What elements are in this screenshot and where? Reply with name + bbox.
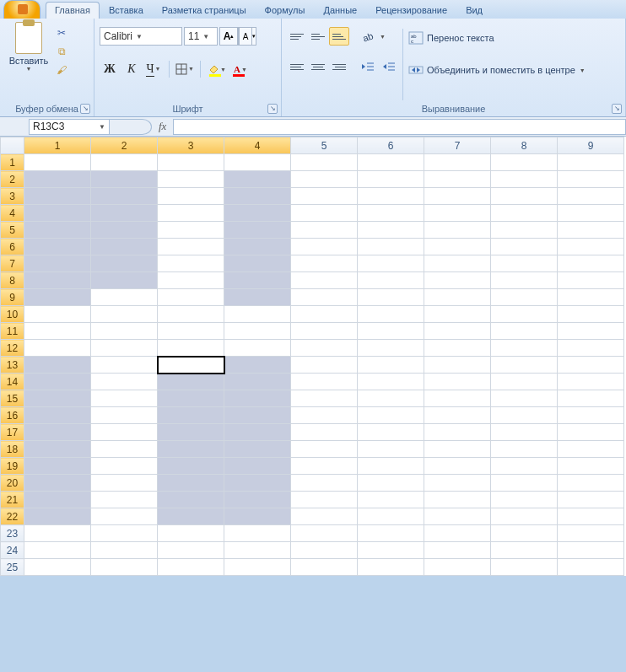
cell[interactable] (291, 390, 358, 407)
column-header[interactable]: 1 (24, 137, 91, 154)
cell[interactable] (24, 272, 91, 289)
row-header[interactable]: 17 (1, 424, 24, 441)
align-center-button[interactable] (308, 57, 328, 76)
cell[interactable] (24, 525, 91, 542)
cell[interactable] (24, 340, 91, 357)
row-header[interactable]: 7 (1, 255, 24, 272)
cell[interactable] (358, 340, 424, 357)
tab-home[interactable]: Главная (46, 2, 100, 19)
cell[interactable] (158, 340, 224, 357)
cell[interactable] (224, 289, 291, 306)
cell[interactable] (358, 188, 424, 205)
cell[interactable] (91, 458, 158, 475)
column-header[interactable]: 3 (158, 137, 224, 154)
cell[interactable] (358, 255, 424, 272)
cell[interactable] (291, 424, 358, 441)
cell[interactable] (558, 171, 624, 188)
cell[interactable] (291, 475, 358, 492)
cell[interactable] (224, 542, 291, 559)
cell[interactable] (424, 272, 491, 289)
paste-icon[interactable] (15, 22, 42, 54)
row-header[interactable]: 14 (1, 374, 24, 390)
fill-color-button[interactable]: ▼ (206, 59, 228, 79)
cell[interactable] (24, 171, 91, 188)
column-header[interactable]: 8 (491, 137, 558, 154)
cell[interactable] (491, 222, 558, 239)
cell[interactable] (291, 441, 358, 458)
cell[interactable] (491, 306, 558, 323)
cell[interactable] (558, 340, 624, 357)
cell[interactable] (491, 323, 558, 340)
cell[interactable] (424, 525, 491, 542)
cell[interactable] (91, 255, 158, 272)
cell[interactable] (358, 374, 424, 390)
cell[interactable] (424, 340, 491, 357)
cell[interactable] (424, 559, 491, 576)
font-size-combo[interactable]: 11▼ (184, 27, 218, 46)
cell[interactable] (291, 492, 358, 508)
cell[interactable] (491, 475, 558, 492)
cell[interactable] (424, 508, 491, 525)
font-color-button[interactable]: A ▼ (229, 59, 251, 79)
cell[interactable] (158, 542, 224, 559)
underline-button[interactable]: Ч▼ (143, 59, 164, 79)
cell[interactable] (291, 306, 358, 323)
cell[interactable] (91, 154, 158, 171)
cell[interactable] (291, 525, 358, 542)
cell[interactable] (291, 323, 358, 340)
cell[interactable] (224, 323, 291, 340)
cell[interactable] (491, 542, 558, 559)
cell[interactable] (24, 441, 91, 458)
cell[interactable] (224, 475, 291, 492)
cell[interactable] (358, 441, 424, 458)
row-header[interactable]: 16 (1, 407, 24, 424)
fx-label[interactable]: fx (159, 120, 166, 133)
cell[interactable] (91, 272, 158, 289)
cell[interactable] (424, 357, 491, 374)
font-family-combo[interactable]: Calibri▼ (100, 27, 182, 46)
cell[interactable] (24, 255, 91, 272)
cell[interactable] (224, 559, 291, 576)
cell[interactable] (424, 188, 491, 205)
cell[interactable] (24, 424, 91, 441)
cell[interactable] (491, 289, 558, 306)
cell[interactable] (24, 374, 91, 390)
cell[interactable] (358, 205, 424, 222)
cell[interactable] (24, 542, 91, 559)
row-header[interactable]: 11 (1, 323, 24, 340)
decrease-indent-button[interactable] (358, 57, 378, 76)
cell[interactable] (158, 222, 224, 239)
cell[interactable] (424, 239, 491, 255)
cell[interactable] (158, 255, 224, 272)
cell[interactable] (424, 171, 491, 188)
row-header[interactable]: 22 (1, 508, 24, 525)
cell[interactable] (224, 239, 291, 255)
cell[interactable] (224, 357, 291, 374)
cell[interactable] (91, 424, 158, 441)
cell[interactable] (358, 542, 424, 559)
cell[interactable] (91, 289, 158, 306)
cell[interactable] (291, 559, 358, 576)
cell[interactable] (91, 357, 158, 374)
cell[interactable] (24, 188, 91, 205)
cell[interactable] (558, 188, 624, 205)
align-right-button[interactable] (329, 57, 349, 76)
select-all-corner[interactable] (1, 137, 24, 154)
tab-insert[interactable]: Вставка (100, 2, 153, 19)
borders-button[interactable]: ▼ (175, 59, 195, 79)
align-bottom-button[interactable] (329, 27, 349, 46)
cell[interactable] (91, 323, 158, 340)
align-top-button[interactable] (287, 27, 307, 46)
column-header[interactable]: 9 (558, 137, 624, 154)
cell[interactable] (158, 559, 224, 576)
cell[interactable] (24, 357, 91, 374)
cell[interactable] (358, 525, 424, 542)
cell[interactable] (158, 492, 224, 508)
formula-input[interactable] (173, 119, 626, 135)
cell[interactable] (291, 171, 358, 188)
cell[interactable] (24, 205, 91, 222)
cell[interactable] (91, 492, 158, 508)
row-header[interactable]: 19 (1, 458, 24, 475)
cell[interactable] (91, 306, 158, 323)
cell[interactable] (291, 289, 358, 306)
